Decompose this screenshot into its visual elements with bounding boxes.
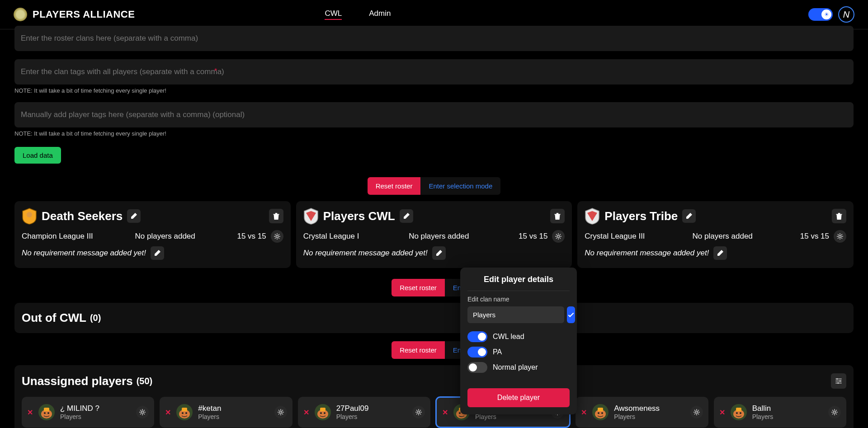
player-name: 27Paul09 bbox=[336, 404, 369, 413]
player-clan: Players bbox=[60, 413, 99, 420]
player-name: ¿ MILIND ? bbox=[60, 404, 99, 413]
delete-clan-button[interactable] bbox=[550, 209, 565, 223]
player-avatar-icon bbox=[175, 403, 193, 421]
svg-rect-15 bbox=[182, 408, 187, 411]
pencil-icon bbox=[154, 249, 161, 257]
brand-title: PLAYERS ALLIANCE bbox=[33, 9, 135, 20]
clan-name: Death Seekers bbox=[42, 209, 123, 223]
svg-rect-21 bbox=[320, 408, 326, 411]
edit-clan-name-input[interactable] bbox=[467, 306, 564, 323]
clan-settings-button[interactable] bbox=[834, 230, 846, 243]
player-settings-button[interactable] bbox=[136, 406, 149, 419]
svg-point-28 bbox=[459, 412, 461, 414]
user-avatar[interactable]: N bbox=[838, 6, 854, 23]
theme-toggle[interactable]: ☀ bbox=[808, 8, 833, 21]
pencil-icon bbox=[130, 212, 137, 220]
edit-requirement-button[interactable] bbox=[432, 246, 446, 260]
delete-player-button[interactable]: Delete player bbox=[467, 388, 570, 407]
reset-roster-button[interactable]: Reset roster bbox=[392, 341, 445, 359]
clan-size: 15 vs 15 bbox=[519, 232, 547, 241]
svg-point-35 bbox=[601, 412, 603, 414]
confirm-clan-name-button[interactable] bbox=[567, 306, 575, 323]
player-clan: Players bbox=[198, 413, 221, 420]
svg-point-2 bbox=[557, 235, 560, 238]
gear-icon bbox=[836, 233, 844, 240]
gear-icon bbox=[831, 409, 838, 416]
svg-point-17 bbox=[185, 412, 187, 414]
brand-logo bbox=[14, 8, 27, 21]
player-avatar-icon bbox=[730, 403, 748, 421]
normal-player-toggle[interactable] bbox=[467, 362, 487, 373]
player-avatar-icon bbox=[38, 403, 56, 421]
svg-rect-9 bbox=[44, 408, 49, 411]
cwl-lead-toggle[interactable] bbox=[467, 331, 487, 342]
remove-player-button[interactable]: ✕ bbox=[303, 408, 309, 417]
gear-icon bbox=[277, 409, 284, 416]
pa-toggle[interactable] bbox=[467, 347, 487, 357]
nav-admin[interactable]: Admin bbox=[369, 9, 391, 20]
svg-point-4 bbox=[836, 378, 838, 380]
roster-clans-input[interactable] bbox=[14, 26, 854, 51]
edit-clan-button[interactable] bbox=[400, 209, 413, 223]
remove-player-button[interactable]: ✕ bbox=[442, 408, 448, 417]
edit-requirement-button[interactable] bbox=[151, 246, 164, 260]
clan-requirement: No requirement message added yet! bbox=[303, 249, 428, 258]
clan-size: 15 vs 15 bbox=[237, 232, 266, 241]
trash-icon bbox=[272, 212, 280, 220]
clan-settings-button[interactable] bbox=[552, 230, 565, 243]
enter-selection-mode-button[interactable]: Enter selection mode bbox=[420, 177, 500, 195]
player-card[interactable]: ✕ Ballin Players bbox=[714, 397, 846, 428]
edit-clan-button[interactable] bbox=[682, 209, 696, 223]
svg-point-12 bbox=[142, 411, 144, 414]
clan-league: Crystal League I bbox=[303, 232, 359, 241]
delete-clan-button[interactable] bbox=[832, 209, 846, 223]
remove-player-button[interactable]: ✕ bbox=[719, 408, 725, 417]
svg-point-24 bbox=[417, 411, 420, 414]
remove-player-button[interactable]: ✕ bbox=[581, 408, 587, 417]
remove-player-button[interactable]: ✕ bbox=[165, 408, 171, 417]
player-card[interactable]: ✕ Awsomeness Players bbox=[576, 397, 708, 428]
player-avatar-icon bbox=[314, 403, 332, 421]
cwl-lead-label: CWL lead bbox=[493, 333, 524, 341]
normal-player-label: Normal player bbox=[493, 363, 538, 372]
svg-rect-33 bbox=[598, 408, 603, 411]
player-settings-button[interactable] bbox=[412, 406, 425, 419]
filter-button[interactable] bbox=[831, 373, 846, 389]
top-nav: CWL Admin bbox=[325, 9, 391, 20]
trash-icon bbox=[835, 212, 843, 220]
clan-league: Champion League III bbox=[22, 232, 93, 241]
load-data-button[interactable]: Load data bbox=[14, 147, 61, 164]
svg-point-34 bbox=[598, 412, 599, 414]
pencil-icon bbox=[403, 212, 410, 220]
player-card[interactable]: ✕ #ketan Players bbox=[160, 397, 292, 428]
svg-point-36 bbox=[695, 411, 698, 414]
clan-tags-input[interactable] bbox=[14, 59, 854, 85]
out-of-cwl-section: Out of CWL (0) bbox=[14, 303, 854, 333]
clan-settings-button[interactable] bbox=[271, 230, 283, 243]
edit-requirement-button[interactable] bbox=[713, 246, 727, 260]
gear-icon bbox=[274, 233, 281, 240]
svg-point-22 bbox=[320, 412, 322, 414]
remove-player-button[interactable]: ✕ bbox=[27, 408, 33, 417]
player-card[interactable]: ✕ ¿ MILIND ? Players bbox=[22, 397, 154, 428]
manual-tags-input[interactable] bbox=[14, 102, 854, 127]
manual-tags-note: NOTE: It will take a bit of time fetchin… bbox=[14, 127, 854, 141]
player-settings-button[interactable] bbox=[690, 406, 703, 419]
gear-icon bbox=[139, 409, 146, 416]
clan-name: Players Tribe bbox=[604, 209, 678, 223]
reset-roster-button[interactable]: Reset roster bbox=[392, 279, 445, 296]
nav-cwl[interactable]: CWL bbox=[325, 9, 342, 20]
player-clan: Players bbox=[614, 413, 660, 420]
delete-clan-button[interactable] bbox=[269, 209, 283, 223]
app-header: PLAYERS ALLIANCE CWL Admin ☀ N bbox=[0, 0, 868, 29]
reset-roster-button[interactable]: Reset roster bbox=[368, 177, 421, 195]
player-card[interactable]: ✕ 27Paul09 Players bbox=[298, 397, 430, 428]
edit-clan-button[interactable] bbox=[127, 209, 141, 223]
svg-point-1 bbox=[276, 235, 278, 238]
gear-icon bbox=[693, 409, 700, 416]
svg-point-23 bbox=[324, 412, 326, 414]
player-settings-button[interactable] bbox=[828, 406, 841, 419]
player-settings-button[interactable] bbox=[274, 406, 287, 419]
clan-badge-icon bbox=[585, 207, 600, 225]
gear-icon bbox=[415, 409, 422, 416]
